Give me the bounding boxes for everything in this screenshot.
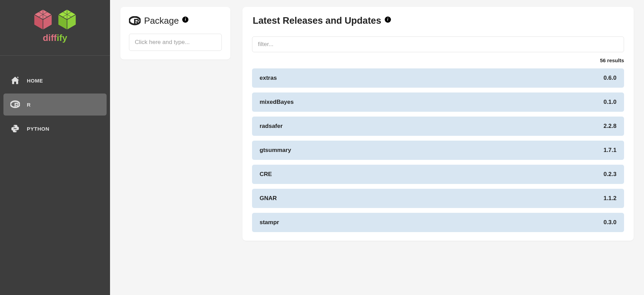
release-item[interactable]: GNAR 1.1.2 xyxy=(252,189,624,208)
release-version: 0.6.0 xyxy=(603,75,616,81)
cube-red-icon xyxy=(33,9,53,31)
release-name: gtsummary xyxy=(260,147,291,154)
right-panel: Latest Releases and Updates i 56 results… xyxy=(242,7,634,288)
release-item[interactable]: stampr 0.3.0 xyxy=(252,213,624,232)
brand-text: diffify xyxy=(43,33,67,43)
nav-item-python[interactable]: PYTHON xyxy=(3,118,107,140)
release-name: mixedBayes xyxy=(260,99,294,106)
release-version: 0.2.3 xyxy=(603,171,616,178)
release-item[interactable]: CRE 0.2.3 xyxy=(252,165,624,184)
nav-label-python: PYTHON xyxy=(27,126,50,132)
package-search-input[interactable] xyxy=(129,34,222,51)
package-card: Package i xyxy=(120,7,230,59)
release-item[interactable]: mixedBayes 0.1.0 xyxy=(252,92,624,112)
package-title: Package i xyxy=(129,15,222,26)
home-icon xyxy=(10,76,20,85)
release-version: 0.3.0 xyxy=(603,219,616,226)
release-version: 0.1.0 xyxy=(603,99,616,106)
info-icon[interactable]: i xyxy=(385,17,391,23)
sidebar: diffify HOME R xyxy=(0,0,110,295)
nav-label-r: R xyxy=(27,102,31,108)
release-version: 1.7.1 xyxy=(603,147,616,154)
release-version: 2.2.8 xyxy=(603,123,616,130)
left-panel: Package i xyxy=(120,7,230,288)
main-content: Package i Latest Releases and Updates i … xyxy=(110,0,644,295)
results-count: 56 results xyxy=(252,57,624,63)
release-name: extras xyxy=(260,75,277,81)
r-logo-icon xyxy=(129,16,141,26)
brand-part2: ify xyxy=(57,33,67,43)
logo-area: diffify xyxy=(0,0,110,56)
releases-title: Latest Releases and Updates i xyxy=(252,15,624,26)
releases-filter-input[interactable] xyxy=(252,36,624,52)
release-name: CRE xyxy=(260,171,272,178)
release-list: extras 0.6.0 mixedBayes 0.1.0 radsafer 2… xyxy=(252,68,624,232)
nav-item-home[interactable]: HOME xyxy=(3,69,107,91)
release-item[interactable]: gtsummary 1.7.1 xyxy=(252,141,624,160)
release-name: radsafer xyxy=(260,123,283,130)
r-icon xyxy=(10,100,20,109)
release-version: 1.1.2 xyxy=(603,195,616,202)
release-item[interactable]: extras 0.6.0 xyxy=(252,68,624,88)
release-name: stampr xyxy=(260,219,279,226)
sidebar-nav: HOME R PYTHON xyxy=(0,56,110,140)
python-icon xyxy=(10,124,20,133)
release-name: GNAR xyxy=(260,195,277,202)
nav-label-home: HOME xyxy=(27,78,43,84)
cube-green-icon xyxy=(57,9,77,31)
brand-part1: diff xyxy=(43,33,57,43)
info-icon[interactable]: i xyxy=(182,17,188,23)
package-title-text: Package xyxy=(144,15,179,26)
releases-card: Latest Releases and Updates i 56 results… xyxy=(242,7,634,241)
nav-item-r[interactable]: R xyxy=(3,94,107,116)
releases-title-text: Latest Releases and Updates xyxy=(253,15,381,26)
logo-cubes xyxy=(33,9,77,31)
release-item[interactable]: radsafer 2.2.8 xyxy=(252,117,624,136)
